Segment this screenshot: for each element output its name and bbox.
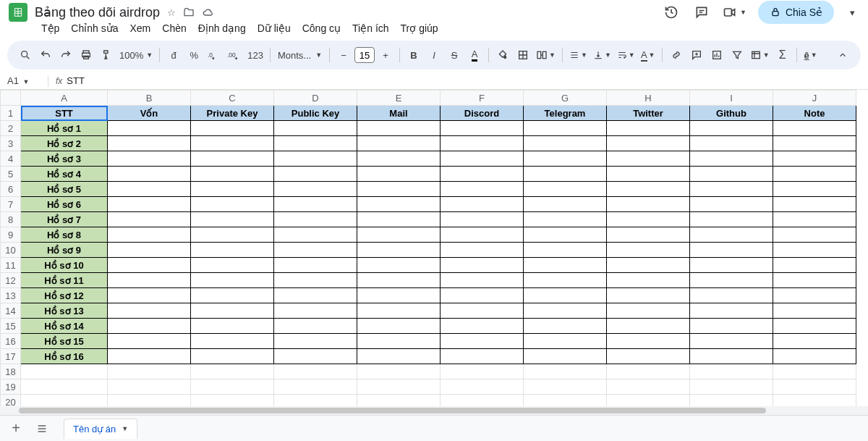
menu-file[interactable]: Tệp: [36, 21, 64, 35]
cell-B20[interactable]: [108, 395, 191, 407]
cell-F14[interactable]: [441, 303, 524, 319]
row-header[interactable]: 2: [1, 121, 21, 136]
cell-B13[interactable]: [108, 288, 191, 303]
menu-edit[interactable]: Chỉnh sửa: [66, 21, 123, 35]
cell-F2[interactable]: [441, 121, 524, 136]
cell-A3[interactable]: Hồ sơ 2: [21, 136, 108, 151]
cell-D7[interactable]: [274, 197, 357, 212]
number-format[interactable]: 123: [245, 45, 265, 65]
comment-icon[interactable]: [692, 3, 711, 22]
cell-H13[interactable]: [607, 288, 690, 303]
cell-B4[interactable]: [108, 151, 191, 167]
v-align-icon[interactable]: ▼: [591, 45, 613, 65]
cell-I16[interactable]: [690, 334, 773, 349]
fill-color-icon[interactable]: [493, 45, 512, 65]
cell-H10[interactable]: [607, 243, 690, 258]
cell-F15[interactable]: [441, 319, 524, 334]
cell-H4[interactable]: [607, 151, 690, 167]
cell-J4[interactable]: [773, 151, 856, 167]
cell-E6[interactable]: [357, 182, 441, 197]
row-header[interactable]: 3: [1, 136, 21, 151]
cell-J12[interactable]: [773, 273, 856, 288]
column-header-H[interactable]: H: [607, 91, 690, 106]
bold-icon[interactable]: B: [404, 45, 423, 65]
cell-J18[interactable]: [773, 364, 856, 379]
cell-B5[interactable]: [108, 167, 191, 182]
cell-C17[interactable]: [191, 349, 274, 364]
cell-G18[interactable]: [524, 364, 607, 379]
cell-D4[interactable]: [274, 151, 357, 167]
cell-B8[interactable]: [108, 212, 191, 227]
merge-cells-icon[interactable]: ▼: [534, 45, 558, 65]
cell-A16[interactable]: Hồ sơ 15: [21, 334, 108, 349]
cell-G5[interactable]: [524, 167, 607, 182]
cell-H3[interactable]: [607, 136, 690, 151]
cell-F7[interactable]: [441, 197, 524, 212]
insert-comment-icon[interactable]: [687, 45, 706, 65]
cell-C11[interactable]: [191, 258, 274, 273]
row-header[interactable]: 11: [1, 258, 21, 273]
cell-J20[interactable]: [773, 395, 856, 407]
move-icon[interactable]: [183, 7, 195, 18]
cell-E2[interactable]: [357, 121, 441, 136]
column-header-A[interactable]: A: [21, 91, 108, 106]
cell-H14[interactable]: [607, 303, 690, 319]
cell-D2[interactable]: [274, 121, 357, 136]
cell-D10[interactable]: [274, 243, 357, 258]
row-header[interactable]: 1: [1, 106, 21, 121]
cell-E19[interactable]: [357, 379, 441, 395]
cell-G14[interactable]: [524, 303, 607, 319]
meet-icon[interactable]: ▼: [723, 3, 746, 22]
cell-A5[interactable]: Hồ sơ 4: [21, 167, 108, 182]
sheet-tab-active[interactable]: Tên dự án ▼: [64, 419, 137, 439]
cell-I15[interactable]: [690, 319, 773, 334]
search-icon[interactable]: [16, 45, 35, 65]
cell-E5[interactable]: [357, 167, 441, 182]
cell-A9[interactable]: Hồ sơ 8: [21, 227, 108, 243]
cell-D19[interactable]: [274, 379, 357, 395]
cell-F5[interactable]: [441, 167, 524, 182]
cell-F19[interactable]: [441, 379, 524, 395]
cell-E14[interactable]: [357, 303, 441, 319]
cell-F3[interactable]: [441, 136, 524, 151]
cell-G17[interactable]: [524, 349, 607, 364]
cell-B10[interactable]: [108, 243, 191, 258]
cell-C12[interactable]: [191, 273, 274, 288]
cell-H1[interactable]: Twitter: [607, 106, 690, 121]
h-align-icon[interactable]: ▼: [567, 45, 590, 65]
spreadsheet-grid[interactable]: ABCDEFGHIJ1STTVốnPrivate KeyPublic KeyMa…: [0, 90, 856, 406]
cell-B14[interactable]: [108, 303, 191, 319]
name-box[interactable]: A1 ▼: [7, 75, 41, 86]
increase-decimal-icon[interactable]: .00: [225, 45, 244, 65]
cell-F11[interactable]: [441, 258, 524, 273]
row-header[interactable]: 7: [1, 197, 21, 212]
cell-I2[interactable]: [690, 121, 773, 136]
cell-I18[interactable]: [690, 364, 773, 379]
wrap-icon[interactable]: ▼: [615, 45, 637, 65]
cell-G16[interactable]: [524, 334, 607, 349]
cell-E8[interactable]: [357, 212, 441, 227]
print-icon[interactable]: [77, 45, 95, 65]
cell-C18[interactable]: [191, 364, 274, 379]
cell-I14[interactable]: [690, 303, 773, 319]
cell-B16[interactable]: [108, 334, 191, 349]
cell-G12[interactable]: [524, 273, 607, 288]
cell-I8[interactable]: [690, 212, 773, 227]
row-header[interactable]: 20: [1, 395, 21, 407]
font-size-input[interactable]: [354, 47, 375, 63]
row-header[interactable]: 14: [1, 303, 21, 319]
cell-J14[interactable]: [773, 303, 856, 319]
cell-I17[interactable]: [690, 349, 773, 364]
cell-G1[interactable]: Telegram: [524, 106, 607, 121]
cell-J3[interactable]: [773, 136, 856, 151]
cell-I11[interactable]: [690, 258, 773, 273]
filter-views-icon[interactable]: ▼: [748, 45, 772, 65]
cell-J10[interactable]: [773, 243, 856, 258]
formula-input[interactable]: STT: [67, 75, 85, 86]
decrease-decimal-icon[interactable]: .0: [205, 45, 224, 65]
font-size-decrease[interactable]: −: [334, 45, 353, 65]
cell-H20[interactable]: [607, 395, 690, 407]
column-header-B[interactable]: B: [108, 91, 191, 106]
column-header-G[interactable]: G: [524, 91, 607, 106]
cell-I13[interactable]: [690, 288, 773, 303]
